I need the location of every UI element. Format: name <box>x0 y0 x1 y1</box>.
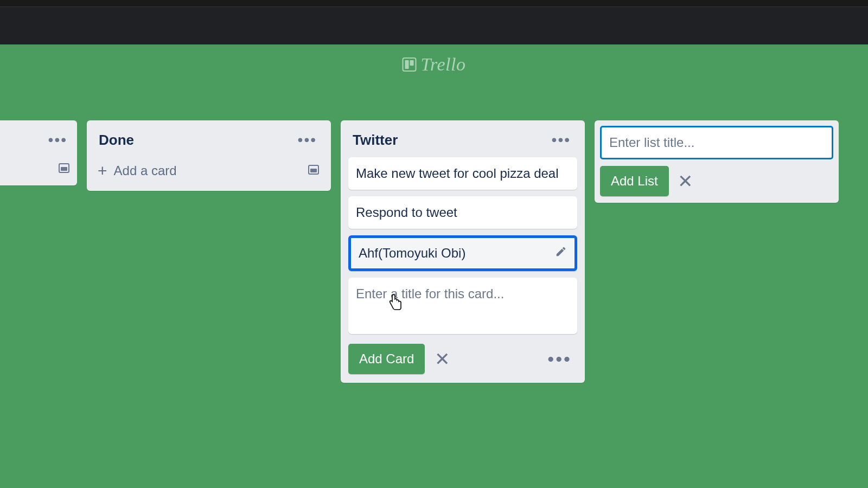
add-card-link[interactable]: + Add a card <box>98 162 177 180</box>
browser-toolbar <box>0 7 868 44</box>
card-template-icon[interactable] <box>307 163 320 178</box>
composer-menu-icon[interactable]: ••• <box>547 349 572 370</box>
add-card-label: Add a card <box>114 163 177 178</box>
list-menu-icon[interactable]: ••• <box>548 129 574 151</box>
pencil-icon[interactable] <box>555 246 567 261</box>
list-menu-icon[interactable]: ••• <box>45 129 71 150</box>
list-column-done[interactable]: Done ••• + Add a card <box>87 120 331 191</box>
list-title[interactable]: Done <box>99 132 134 149</box>
add-list-actions: Add List ✕ <box>600 166 833 196</box>
add-list-composer: Add List ✕ <box>595 120 839 203</box>
add-card-row: + Add a card <box>94 157 323 182</box>
add-card-button[interactable]: Add Card <box>348 344 425 374</box>
card-title: Respond to tweet <box>356 205 457 220</box>
add-list-input[interactable] <box>600 126 833 159</box>
trello-logo[interactable]: Trello <box>403 54 466 75</box>
list-header: Twitter ••• <box>348 129 577 157</box>
kanban-board: Trello ••• Done ••• + Add a card <box>0 44 868 488</box>
card-template-icon[interactable] <box>58 162 71 177</box>
add-list-button[interactable]: Add List <box>600 166 669 196</box>
trello-icon <box>403 57 417 72</box>
svg-rect-3 <box>310 169 317 172</box>
list-column-partial[interactable]: ••• <box>0 120 77 185</box>
list-column-twitter[interactable]: Twitter ••• Make new tweet for cool pizz… <box>341 120 585 383</box>
card-composer-input[interactable] <box>348 278 577 334</box>
close-icon[interactable]: ✕ <box>435 348 450 370</box>
card[interactable]: Respond to tweet <box>348 196 577 229</box>
close-icon[interactable]: ✕ <box>678 170 693 192</box>
browser-tab-strip <box>0 0 868 7</box>
plus-icon: + <box>98 162 107 180</box>
card-title: Make new tweet for cool pizza deal <box>356 166 559 181</box>
card-composer: Add Card ✕ ••• <box>348 278 577 374</box>
svg-rect-1 <box>61 167 67 171</box>
composer-actions: Add Card ✕ ••• <box>348 344 577 374</box>
brand-name: Trello <box>421 54 466 75</box>
list-title[interactable]: Twitter <box>353 132 398 149</box>
card-highlighted[interactable]: Ahf(Tomoyuki Obi) <box>348 235 577 271</box>
card[interactable]: Make new tweet for cool pizza deal <box>348 157 577 190</box>
list-menu-icon[interactable]: ••• <box>295 129 320 151</box>
lists-row: ••• Done ••• + Add a card <box>0 44 868 383</box>
list-header: Done ••• <box>94 129 323 157</box>
card-title: Ahf(Tomoyuki Obi) <box>359 246 465 261</box>
